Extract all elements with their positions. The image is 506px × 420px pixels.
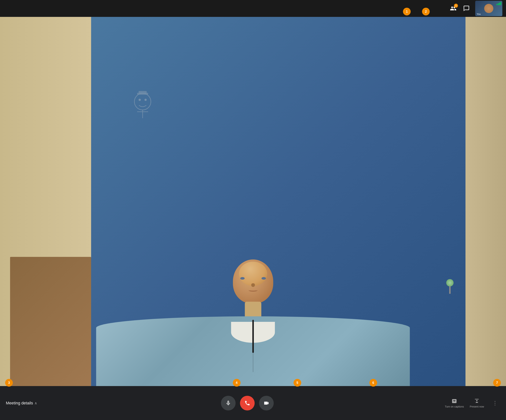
wall-left: [0, 17, 91, 210]
video-background: [0, 17, 253, 210]
top-bar: 1 You: [0, 0, 253, 17]
svg-point-1: [139, 99, 141, 101]
video-area: [0, 17, 253, 210]
svg-point-0: [134, 93, 151, 110]
blue-wall: [91, 17, 253, 210]
svg-rect-4: [139, 91, 147, 94]
cartoon-drawing: [132, 91, 154, 118]
svg-point-2: [145, 99, 147, 101]
